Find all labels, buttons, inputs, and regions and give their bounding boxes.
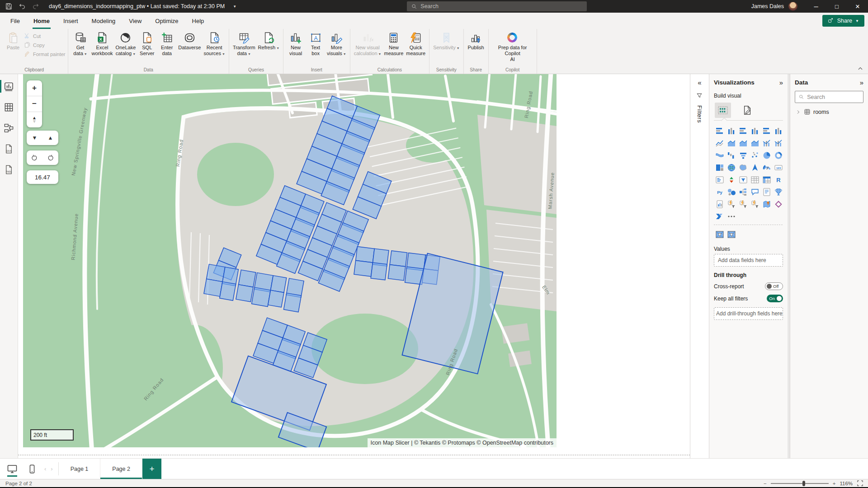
new-measure-button[interactable]: Newmeasure: [383, 30, 405, 56]
visual-text-slicer-icon[interactable]: [737, 198, 749, 210]
zoom-in-button[interactable]: +: [27, 80, 42, 96]
visual-line-chart-icon[interactable]: [714, 137, 726, 149]
visual-kpi-icon[interactable]: [726, 174, 737, 186]
refresh-button[interactable]: Refresh▼: [257, 30, 281, 51]
sidebar-model-view[interactable]: [0, 119, 18, 136]
visual-matrix-icon[interactable]: [761, 174, 773, 186]
maximize-button[interactable]: □: [826, 0, 847, 13]
excel-workbook-button[interactable]: XExcelworkbook: [90, 30, 114, 56]
collapse-data-icon[interactable]: »: [860, 79, 863, 86]
canvas-zoom-slider[interactable]: [771, 483, 829, 484]
visual-hundred-stacked-column-chart-icon[interactable]: [773, 125, 784, 137]
ribbon-tab-help[interactable]: Help: [185, 14, 211, 29]
sidebar-report-view[interactable]: [0, 78, 18, 95]
visual-scatter-chart-icon[interactable]: [749, 149, 761, 161]
visual-donut-chart-icon[interactable]: [773, 149, 784, 161]
report-canvas[interactable]: New Springville GreenwayRichmond AvenueR…: [18, 74, 690, 458]
fit-to-page-icon[interactable]: [857, 480, 863, 487]
title-dropdown-caret[interactable]: ▼: [233, 5, 236, 9]
ribbon-tab-home[interactable]: Home: [27, 14, 57, 29]
publish-button[interactable]: Publish: [466, 30, 486, 51]
page-tab-page-1[interactable]: Page 1: [59, 459, 101, 479]
zoom-in-canvas[interactable]: +: [833, 481, 836, 486]
ribbon-tab-file[interactable]: File: [4, 14, 27, 29]
chevron-right-icon[interactable]: [796, 109, 801, 115]
desktop-view-icon[interactable]: [6, 463, 18, 475]
dataverse-button[interactable]: Dataverse: [177, 30, 202, 51]
visual-gauge-icon[interactable]: [761, 161, 773, 174]
visual-key-influencers-icon[interactable]: [726, 186, 737, 198]
next-page-arrow[interactable]: ›: [51, 465, 52, 472]
visual-table-icon[interactable]: [749, 174, 761, 186]
text-box-button[interactable]: ATextbox: [306, 30, 326, 56]
zoom-out-button[interactable]: −: [27, 96, 42, 112]
user-avatar[interactable]: [788, 2, 797, 11]
data-table-label[interactable]: rooms: [813, 109, 829, 115]
visual-power-automate-icon[interactable]: [714, 210, 726, 222]
visual-line-and-clustered-column-chart-icon[interactable]: [773, 137, 784, 149]
visual-python-visual-icon[interactable]: Py: [714, 186, 726, 198]
data-table-rooms[interactable]: rooms: [795, 103, 863, 115]
redo-icon[interactable]: [32, 2, 40, 10]
copy-button[interactable]: Copy: [24, 41, 66, 49]
rotate-cw-button[interactable]: [42, 150, 58, 165]
sidebar-tmdl-view[interactable]: TMDL: [0, 161, 18, 178]
visual-multi-row-card-icon[interactable]: [714, 174, 726, 186]
visual-list-slicer-icon[interactable]: [749, 198, 761, 210]
visual-map-icon[interactable]: [726, 161, 737, 174]
visual-clustered-column-chart-icon[interactable]: [749, 125, 761, 137]
onelake-catalog-button[interactable]: OneLakecatalog▼: [114, 30, 137, 57]
new-visual-button[interactable]: Newvisual: [286, 30, 306, 56]
enter-data-button[interactable]: Enterdata: [157, 30, 177, 56]
ribbon-tab-view[interactable]: View: [122, 14, 148, 29]
ribbon-tab-insert[interactable]: Insert: [57, 14, 85, 29]
visual-funnel-chart-icon[interactable]: [737, 149, 749, 161]
pitch-toggle-button[interactable]: ▲▼: [27, 112, 42, 127]
build-visual-tab[interactable]: [715, 103, 731, 118]
visual-q-and-a-icon[interactable]: [749, 186, 761, 198]
pitch-up-button[interactable]: ▲: [42, 131, 58, 145]
add-page-button[interactable]: +: [142, 459, 161, 479]
visual-smart-narrative-icon[interactable]: [761, 186, 773, 198]
rotate-ccw-button[interactable]: [27, 150, 42, 165]
cross-report-toggle[interactable]: Off: [765, 282, 783, 290]
undo-icon[interactable]: [18, 2, 26, 10]
prev-page-arrow[interactable]: ‹: [44, 465, 46, 472]
ribbon-tab-modeling[interactable]: Modeling: [85, 14, 123, 29]
page-tab-page-2[interactable]: Page 2: [100, 459, 142, 479]
minimize-button[interactable]: ─: [806, 0, 826, 13]
visual-treemap-icon[interactable]: [714, 161, 726, 174]
visual-r-script-visual-icon[interactable]: R: [773, 174, 784, 186]
visual-pie-chart-icon[interactable]: [761, 149, 773, 161]
visual-decomposition-tree-icon[interactable]: [737, 186, 749, 198]
quick-measure-button[interactable]: Quickmeasure: [405, 30, 427, 56]
prep-data-for-copilot-ai-button[interactable]: Prep data for CopilotAI: [491, 30, 534, 62]
sidebar-table-view[interactable]: [0, 99, 18, 116]
sensitivity-button[interactable]: Sensitivity▼: [432, 30, 461, 51]
visual-icon-map-slicer-2-icon[interactable]: [726, 228, 737, 240]
visual-deneb-icon[interactable]: [773, 198, 784, 210]
user-name[interactable]: James Dales: [751, 3, 784, 9]
ribbon-tab-optimize[interactable]: Optimize: [148, 14, 185, 29]
transform-data-button[interactable]: Transformdata▼: [231, 30, 257, 57]
format-visual-tab[interactable]: [739, 103, 755, 118]
visual-hundred-stacked-bar-chart-icon[interactable]: [761, 125, 773, 137]
visual-area-chart-icon[interactable]: [726, 137, 737, 149]
filters-pane-label[interactable]: Filters: [696, 105, 703, 123]
keep-all-filters-toggle[interactable]: On: [767, 295, 783, 302]
visual-filled-map-icon[interactable]: [737, 161, 749, 174]
sql-server-button[interactable]: SQLServer: [137, 30, 157, 56]
save-icon[interactable]: [5, 2, 13, 10]
visual-get-more-visuals-icon[interactable]: [726, 210, 737, 222]
map-bearing-value[interactable]: 16.47: [27, 170, 58, 184]
share-button[interactable]: Share▼: [822, 15, 864, 27]
data-search-input[interactable]: [807, 94, 859, 100]
visual-icon-map-slicer-icon[interactable]: [714, 228, 726, 240]
map[interactable]: New Springville GreenwayRichmond AvenueR…: [23, 74, 557, 447]
visual-ribbon-chart-icon[interactable]: [714, 149, 726, 161]
new-visual-calculation-button[interactable]: fxNew visualcalculation▼: [353, 30, 383, 57]
filter-icon[interactable]: [696, 92, 703, 99]
collapse-ribbon-button[interactable]: [857, 66, 863, 71]
visual-stacked-area-chart-icon[interactable]: [737, 137, 749, 149]
visual-line-and-stacked-column-chart-icon[interactable]: [761, 137, 773, 149]
